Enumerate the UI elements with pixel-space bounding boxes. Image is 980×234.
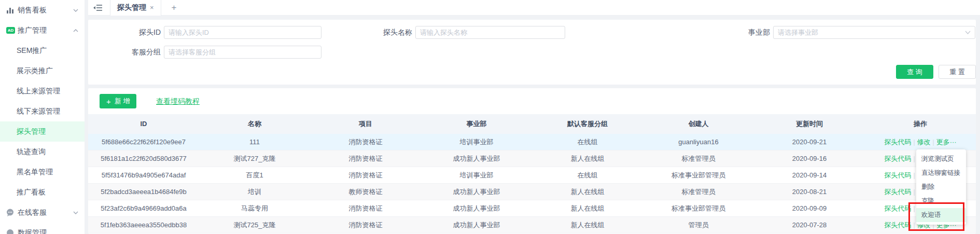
table-cell: 消防资格证 xyxy=(310,217,421,233)
sidebar-subitem[interactable]: 线上来源管理 xyxy=(0,81,85,101)
sidebar-subitem[interactable]: 线下来源管理 xyxy=(0,101,85,121)
main-area: 探头管理 × + 探头ID 探头名称 事业部 请选择事业部 客服分组 查 询 重… xyxy=(85,0,980,234)
table-row: 5f23af2c6b9a49669add0a6a马蕊专用消防资格证成功新人事业部… xyxy=(88,200,976,217)
sidebar-submenu: SEM推广展示类推广线上来源管理线下来源管理探头管理轨迹查询黑名单管理推广看板 xyxy=(0,40,85,202)
op-probe-code-link[interactable]: 探头代码 xyxy=(884,221,911,229)
table-cell: 标准管理员 xyxy=(643,150,754,167)
chevron-down-icon xyxy=(73,9,78,12)
chevron-down-icon xyxy=(965,31,971,34)
op-edit-link[interactable]: 修改 xyxy=(917,138,931,146)
table-cell: 新人在线组 xyxy=(532,184,643,200)
filter-panel: 探头ID 探头名称 事业部 请选择事业部 客服分组 查 询 重 置 xyxy=(88,20,976,85)
chat-bubble-icon xyxy=(6,209,17,216)
table-cell: 成功新人事业部 xyxy=(421,150,532,167)
collapse-sidebar-icon[interactable] xyxy=(93,4,103,11)
op-probe-code-link[interactable]: 探头代码 xyxy=(884,204,911,212)
table-cell: 在线组 xyxy=(532,167,643,183)
sidebar-subitem[interactable]: 轨迹查询 xyxy=(0,142,85,162)
chevron-up-icon xyxy=(73,29,78,32)
service-group-input[interactable] xyxy=(164,46,321,59)
sidebar-item-data-mgmt[interactable]: 数据管理 xyxy=(0,223,85,234)
separator: | xyxy=(913,188,915,196)
table-cell: 消防资格证 xyxy=(310,167,421,183)
dropdown-item[interactable]: 欢迎语 xyxy=(916,208,966,222)
dropdown-item[interactable]: 删除 xyxy=(916,180,966,194)
sidebar-subitem[interactable]: SEM推广 xyxy=(0,40,85,61)
sidebar-item-online-service[interactable]: 在线客服 xyxy=(0,202,85,223)
sidebar-subitem[interactable]: 探头管理 xyxy=(0,121,85,142)
column-header-business-unit: 事业部 xyxy=(421,114,532,134)
table-cell: 培训事业部 xyxy=(421,167,532,183)
reset-button[interactable]: 重 置 xyxy=(939,65,976,79)
close-icon[interactable]: × xyxy=(150,4,154,11)
separator: | xyxy=(933,139,934,146)
sidebar-item-promotion-mgmt[interactable]: AD 推广管理 xyxy=(0,20,85,40)
table-cell: 2020-09-16 xyxy=(754,150,865,167)
table-cell: guanliyuan16 xyxy=(643,134,754,150)
column-header-name: 名称 xyxy=(199,114,310,134)
plus-icon: + xyxy=(106,97,111,106)
sidebar-item-label: 数据管理 xyxy=(18,228,47,234)
table-cell: 5f1feb363aeeea3550edbb38 xyxy=(88,217,199,233)
add-probe-button[interactable]: + 新 增 xyxy=(100,94,136,108)
search-button[interactable]: 查 询 xyxy=(896,65,933,79)
sidebar-subitem[interactable]: 推广看板 xyxy=(0,182,85,202)
table-cell: 在线组 xyxy=(532,134,643,150)
table-cell: 5f23af2c6b9a49669add0a6a xyxy=(88,200,199,216)
separator: | xyxy=(913,222,915,229)
op-probe-code-link[interactable]: 探头代码 xyxy=(884,138,911,146)
table-cell: 2020-09-09 xyxy=(754,200,865,216)
table-cell: 马蕊专用 xyxy=(199,200,310,216)
table-cell: 培训事业部 xyxy=(421,134,532,150)
table-cell: 管理员 xyxy=(643,217,754,233)
tab-bar: 探头管理 × + xyxy=(88,0,980,16)
dropdown-item[interactable]: 克隆 xyxy=(916,194,966,208)
separator: | xyxy=(913,139,915,146)
table-cell: 标准事业部管理员 xyxy=(643,200,754,216)
table-cell: 标准事业部管理员 xyxy=(643,167,754,183)
probe-id-input[interactable] xyxy=(164,26,321,39)
row-actions: 探头代码|修改|更多··· xyxy=(865,134,976,150)
sidebar-item-label: 推广管理 xyxy=(18,26,47,35)
dropdown-item[interactable]: 浏览测试页 xyxy=(916,152,966,166)
table-cell: 5f688e66c22f626f120e9ee7 xyxy=(88,134,199,150)
service-group-label: 客服分组 xyxy=(88,46,161,59)
column-header-id: ID xyxy=(88,114,199,134)
sidebar-item-sales-board[interactable]: 销售看板 xyxy=(0,0,85,20)
table-cell: 2020-09-14 xyxy=(754,167,865,183)
column-header-default-group: 默认客服分组 xyxy=(532,114,643,134)
chevron-down-icon xyxy=(73,211,78,214)
table-cell: 成功新人事业部 xyxy=(421,184,532,200)
probe-name-input[interactable] xyxy=(415,26,565,39)
table-toolbar: + 新 增 查看埋码教程 xyxy=(88,88,976,114)
table-cell: 新人在线组 xyxy=(532,200,643,216)
more-actions-dropdown: 浏览测试页直达聊窗链接删除克隆欢迎语 xyxy=(916,149,966,225)
table-cell: 教师资格证 xyxy=(310,184,421,200)
table-cell: 培训 xyxy=(199,184,310,200)
dropdown-item[interactable]: 直达聊窗链接 xyxy=(916,166,966,180)
table-cell: 新人在线组 xyxy=(532,150,643,167)
table-cell: 百度1 xyxy=(199,167,310,183)
tracking-code-tutorial-link[interactable]: 查看埋码教程 xyxy=(156,97,200,106)
op-probe-code-link[interactable]: 探头代码 xyxy=(884,188,911,196)
table-row: 5f6181a1c22f620d580d3677测试727_克隆消防资格证成功新… xyxy=(88,150,976,167)
table-row: 5f5f31476b9a4905e674adaf百度1消防资格证培训事业部在线组… xyxy=(88,167,976,184)
tab-probe-mgmt[interactable]: 探头管理 × xyxy=(110,0,161,16)
sidebar-subitem[interactable]: 黑名单管理 xyxy=(0,162,85,182)
business-unit-select[interactable]: 请选择事业部 xyxy=(773,26,975,39)
op-probe-code-link[interactable]: 探头代码 xyxy=(884,155,911,162)
table-row: 5f2badcd3aeeea1b4684fe9b培训教师资格证成功新人事业部新人… xyxy=(88,184,976,200)
sidebar-subitem[interactable]: 展示类推广 xyxy=(0,61,85,81)
table-cell: 2020-09-21 xyxy=(754,134,865,150)
table-cell: 测试725_克隆 xyxy=(199,217,310,233)
op-probe-code-link[interactable]: 探头代码 xyxy=(884,171,911,179)
table-cell: 5f2badcd3aeeea1b4684fe9b xyxy=(88,184,199,200)
column-header-actions: 操作 xyxy=(865,114,976,134)
sidebar-item-label: 销售看板 xyxy=(18,6,47,15)
bar-chart-icon xyxy=(6,7,17,14)
op-more-link[interactable]: 更多··· xyxy=(936,138,957,146)
table-cell: 2020-08-21 xyxy=(754,184,865,200)
separator: | xyxy=(913,205,915,212)
app-root: 销售看板 AD 推广管理 SEM推广展示类推广线上来源管理线下来源管理探头管理轨… xyxy=(0,0,980,234)
add-tab-button[interactable]: + xyxy=(172,3,177,13)
